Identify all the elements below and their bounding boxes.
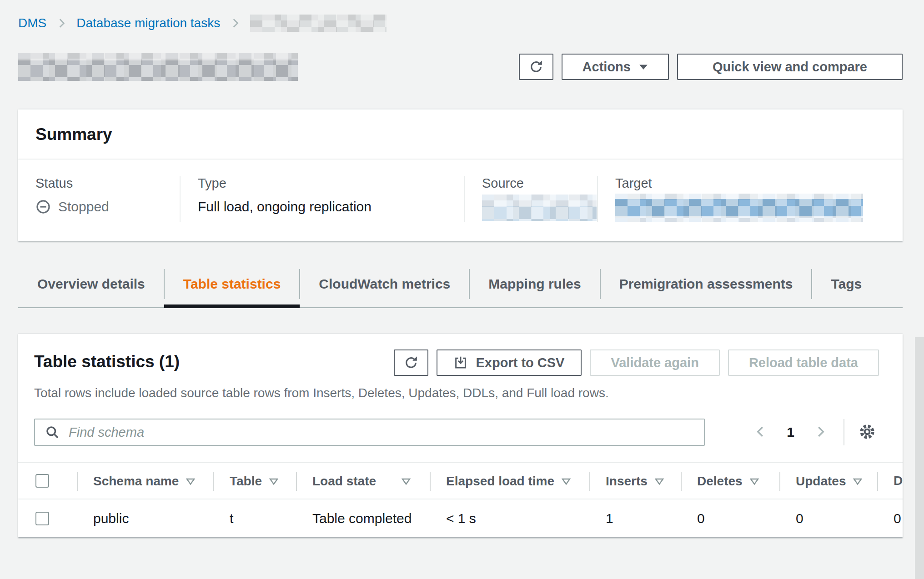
dms-task-page: DMS Database migration tasks Actions <box>0 0 924 579</box>
header-actions: Actions Quick view and compare <box>519 54 903 80</box>
load-state-header-label: Load state <box>312 474 376 488</box>
chevron-right-icon <box>229 17 241 29</box>
cell-ddls: 0 <box>877 499 903 537</box>
table-refresh-button[interactable] <box>394 349 428 376</box>
summary-card-body: Status Stopped Type Full load, ongoing r… <box>18 160 903 241</box>
target-label: Target <box>615 176 903 191</box>
sort-icon <box>655 474 664 488</box>
breadcrumb: DMS Database migration tasks <box>18 0 903 32</box>
actions-button-label: Actions <box>583 60 631 75</box>
redacted-target-endpoint-link[interactable] <box>615 194 863 222</box>
cell-schema-name: public <box>77 499 213 537</box>
sort-icon <box>750 474 759 488</box>
chevron-right-icon <box>814 425 827 440</box>
export-to-csv-button[interactable]: Export to CSV <box>437 349 582 376</box>
caret-down-icon <box>639 64 648 70</box>
column-header-schema-name[interactable]: Schema name <box>77 463 213 499</box>
tab-tags[interactable]: Tags <box>812 265 881 307</box>
table-statistics-title: Table statistics (1) <box>34 352 180 371</box>
pagination: 1 <box>751 419 879 445</box>
summary-card-header: Summary <box>18 110 903 160</box>
redacted-source-endpoint-link[interactable] <box>482 195 597 221</box>
previous-page-button[interactable] <box>751 422 770 443</box>
validate-again-button[interactable]: Validate again <box>590 349 719 376</box>
column-header-elapsed-load-time[interactable]: Elapsed load time <box>430 463 589 499</box>
table-statistics-table-wrap: Schema name Table Load state Elapsed loa… <box>18 462 903 537</box>
cell-updates: 0 <box>779 499 877 537</box>
tab-table-statistics[interactable]: Table statistics <box>164 265 300 307</box>
type-label: Type <box>198 176 464 191</box>
quick-view-button-label: Quick view and compare <box>713 60 867 75</box>
select-all-checkbox[interactable] <box>35 474 49 488</box>
schema-search-box <box>34 419 705 446</box>
summary-status-field: Status Stopped <box>18 176 180 222</box>
redacted-breadcrumb-task-name <box>250 15 387 32</box>
reload-button-label: Reload table data <box>749 355 858 370</box>
table-statistics-description: Total rows include loaded source table r… <box>34 386 879 400</box>
column-header-deletes[interactable]: Deletes <box>681 463 779 499</box>
source-label: Source <box>482 176 597 191</box>
refresh-icon <box>529 60 543 74</box>
cell-load-state: Table completed <box>296 499 430 537</box>
page-header: Actions Quick view and compare <box>18 53 903 81</box>
cell-elapsed-load-time: < 1 s <box>430 499 589 537</box>
column-header-ddls[interactable]: DDLs <box>877 463 903 499</box>
vertical-scrollbar[interactable] <box>915 337 924 579</box>
find-schema-input[interactable] <box>68 424 694 440</box>
tab-mapping-rules[interactable]: Mapping rules <box>469 265 600 307</box>
download-icon <box>454 356 467 369</box>
table-statistics-actions: Export to CSV Validate again Reload tabl… <box>394 349 879 376</box>
summary-card: Summary Status Stopped Type Full load, o… <box>18 109 903 241</box>
breadcrumb-dms-link[interactable]: DMS <box>18 16 46 30</box>
status-label: Status <box>35 176 180 191</box>
ddls-header-label: DDLs <box>894 474 903 488</box>
table-header-row: Schema name Table Load state Elapsed loa… <box>18 463 903 499</box>
summary-type-field: Type Full load, ongoing replication <box>180 176 464 222</box>
actions-button[interactable]: Actions <box>562 54 669 80</box>
column-header-inserts[interactable]: Inserts <box>589 463 681 499</box>
quick-view-and-compare-button[interactable]: Quick view and compare <box>677 54 903 80</box>
updates-header-label: Updates <box>796 474 846 488</box>
summary-title: Summary <box>35 125 884 144</box>
cell-table: t <box>213 499 296 537</box>
table-statistics-card: Table statistics (1) Export to CSV <box>18 334 903 537</box>
schema-name-header-label: Schema name <box>93 474 179 488</box>
sort-icon <box>402 474 411 488</box>
refresh-button[interactable] <box>519 54 553 80</box>
breadcrumb-tasks-link[interactable]: Database migration tasks <box>76 16 220 30</box>
inserts-header-label: Inserts <box>606 474 648 488</box>
sort-icon <box>562 474 571 488</box>
column-header-load-state[interactable]: Load state <box>296 463 430 499</box>
chevron-left-icon <box>754 425 768 440</box>
validate-button-label: Validate again <box>611 355 698 370</box>
current-page-number: 1 <box>787 424 794 440</box>
search-icon <box>45 425 60 439</box>
preferences-button[interactable] <box>855 420 879 445</box>
summary-source-field: Source <box>464 176 597 222</box>
toolbar-divider <box>844 419 844 445</box>
table-toolbar: 1 <box>34 419 879 446</box>
table-statistics-table: Schema name Table Load state Elapsed loa… <box>18 462 903 537</box>
export-button-label: Export to CSV <box>476 355 564 370</box>
sort-icon <box>186 474 195 488</box>
row-checkbox[interactable] <box>35 512 49 525</box>
summary-target-field: Target <box>597 176 903 222</box>
next-page-button[interactable] <box>811 422 830 443</box>
chevron-right-icon <box>55 17 67 29</box>
stopped-status-icon <box>35 199 51 215</box>
sort-icon <box>853 474 862 488</box>
tab-cloudwatch-metrics[interactable]: CloudWatch metrics <box>300 265 469 307</box>
column-header-updates[interactable]: Updates <box>779 463 877 499</box>
tab-overview-details[interactable]: Overview details <box>18 265 164 307</box>
status-value: Stopped <box>35 199 180 215</box>
reload-table-data-button[interactable]: Reload table data <box>728 349 879 376</box>
deletes-header-label: Deletes <box>697 474 743 488</box>
task-detail-tabs: Overview details Table statistics CloudW… <box>18 265 903 308</box>
refresh-icon <box>404 355 418 370</box>
cell-inserts: 1 <box>589 499 681 537</box>
tab-premigration-assessments[interactable]: Premigration assessments <box>600 265 812 307</box>
cell-deletes: 0 <box>681 499 779 537</box>
status-text: Stopped <box>58 199 109 215</box>
table-row: public t Table completed < 1 s 1 0 0 0 <box>18 499 903 537</box>
column-header-table[interactable]: Table <box>213 463 296 499</box>
